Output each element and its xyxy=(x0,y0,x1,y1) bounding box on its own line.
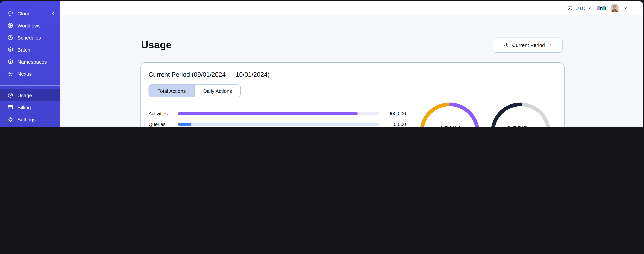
sidebar-item-label: Billing xyxy=(18,104,31,110)
sidebar-item-billing[interactable]: Billing xyxy=(0,101,60,113)
account-menu-chevron[interactable] xyxy=(624,5,628,11)
sidebar-item-schedules[interactable]: Schedules xyxy=(0,32,60,44)
bar-value: 900,000 xyxy=(379,111,406,116)
avatar[interactable] xyxy=(611,4,618,12)
period-selector-button[interactable]: Current Period xyxy=(493,38,562,52)
billing-icon xyxy=(8,104,14,110)
chevron-left-icon xyxy=(51,11,55,16)
glasses-icon xyxy=(597,6,606,11)
actions-bar-chart: Activities900,000Queries5,000Signals130,… xyxy=(148,108,406,127)
stopwatch-icon xyxy=(503,42,509,48)
sidebar-item-label: Namespaces xyxy=(18,59,47,64)
bar-row-queries: Queries5,000 xyxy=(148,119,406,127)
card-title: Current Period (09/01/2024 — 10/01/2024) xyxy=(148,71,270,78)
current-period-card: Current Period (09/01/2024 — 10/01/2024)… xyxy=(140,62,564,127)
bar-label: Queries xyxy=(148,122,178,127)
sidebar-item-workflows[interactable]: Workflows xyxy=(0,20,60,32)
window-edge xyxy=(643,0,644,127)
usage-icon xyxy=(8,92,14,98)
sidebar-item-label: Workflows xyxy=(18,22,40,28)
sidebar-item-label: Usage xyxy=(18,92,32,98)
nexus-icon xyxy=(8,71,14,77)
chevron-down-icon xyxy=(588,5,592,11)
donut-segment-green xyxy=(422,104,478,127)
bar-track xyxy=(178,123,379,126)
sidebar-item-label: Schedules xyxy=(18,35,41,40)
schedules-icon xyxy=(8,34,14,40)
donut-center-value: 4.7 MM xyxy=(439,125,460,127)
chevron-down-icon xyxy=(548,42,552,48)
bar-fill xyxy=(178,112,358,115)
total-actions-donut: 4.7 MMTotal Actions xyxy=(422,104,478,127)
sidebar-item-label: Cloud xyxy=(18,10,30,16)
actions-tabs: Total ActionsDaily Actions xyxy=(148,84,241,97)
sidebar-item-cloud[interactable]: Cloud xyxy=(0,7,60,20)
tab-daily-actions[interactable]: Daily Actions xyxy=(194,85,240,97)
sidebar-item-batch[interactable]: Batch xyxy=(0,44,60,56)
avatar-portrait xyxy=(611,4,618,12)
donut-charts: 4.7 MMTotal Actions0 GB/DayTotal Storage xyxy=(413,96,560,127)
bar-row-activities: Activities900,000 xyxy=(148,108,406,119)
donut-segment-purple xyxy=(422,104,478,127)
sidebar-item-namespaces[interactable]: Namespaces xyxy=(0,56,60,68)
timezone-dropdown[interactable]: UTC xyxy=(567,5,592,11)
timezone-label: UTC xyxy=(575,6,585,11)
sidebar: CloudWorkflowsSchedulesBatchNamespacesNe… xyxy=(0,1,60,127)
clock-icon xyxy=(567,5,573,11)
page-title: Usage xyxy=(141,39,172,50)
app-window: CloudWorkflowsSchedulesBatchNamespacesNe… xyxy=(0,0,644,127)
bar-value: 5,000 xyxy=(379,122,406,127)
batch-icon xyxy=(8,46,14,52)
sidebar-item-settings[interactable]: Settings xyxy=(0,113,60,125)
bar-label: Activities xyxy=(148,111,178,116)
namespaces-icon xyxy=(8,59,14,65)
sidebar-divider xyxy=(0,86,60,86)
sidebar-item-nexus[interactable]: Nexus xyxy=(0,68,60,80)
donut-segment-orange xyxy=(422,104,478,127)
sidebar-item-label: Settings xyxy=(18,116,36,122)
feedback-button[interactable] xyxy=(597,6,606,11)
temporal-logo-icon xyxy=(8,10,14,16)
donut-center-value: 0 GB/Day xyxy=(507,125,534,127)
donut-segment-dark xyxy=(493,104,548,127)
period-button-label: Current Period xyxy=(512,42,545,48)
tab-total-actions[interactable]: Total Actions xyxy=(149,85,194,97)
topbar: UTC xyxy=(60,1,643,16)
bar-fill xyxy=(178,123,192,126)
sidebar-item-label: Nexus xyxy=(18,71,32,76)
donut-segment-gray xyxy=(493,104,548,127)
sidebar-item-usage[interactable]: Usage xyxy=(0,89,60,101)
total-storage-donut: 0 GB/DayTotal Storage xyxy=(493,104,548,127)
sidebar-collapse-button[interactable] xyxy=(51,7,55,20)
workflows-icon xyxy=(8,22,14,28)
settings-icon xyxy=(8,116,14,122)
sidebar-item-label: Batch xyxy=(18,47,30,52)
bar-track xyxy=(178,112,379,115)
